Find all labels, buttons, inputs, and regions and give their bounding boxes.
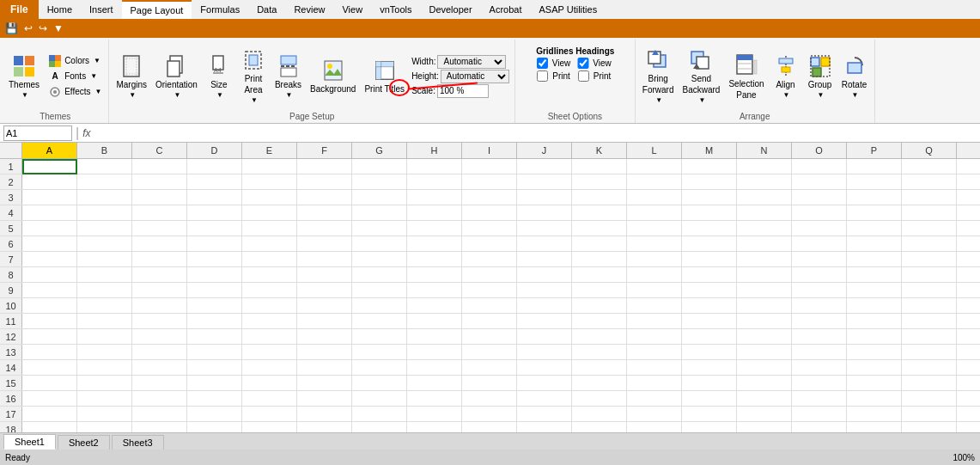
- cell-I12[interactable]: [462, 329, 517, 345]
- width-select[interactable]: Automatic: [437, 55, 506, 69]
- cell-C4[interactable]: [132, 205, 187, 221]
- cell-N5[interactable]: [737, 221, 792, 236]
- cell-Q16[interactable]: [902, 391, 957, 407]
- cell-O10[interactable]: [792, 298, 847, 314]
- cell-L10[interactable]: [627, 298, 682, 314]
- cell-D2[interactable]: [187, 174, 242, 190]
- cell-H3[interactable]: [407, 190, 462, 205]
- cell-A16[interactable]: [22, 391, 77, 407]
- cell-D16[interactable]: [187, 391, 242, 407]
- cell-F1[interactable]: [297, 159, 352, 174]
- cell-G12[interactable]: [352, 329, 407, 345]
- cell-B10[interactable]: [77, 298, 132, 314]
- cell-K1[interactable]: [572, 159, 627, 174]
- cell-H2[interactable]: [407, 174, 462, 190]
- cell-G11[interactable]: [352, 314, 407, 329]
- cell-P8[interactable]: [847, 267, 902, 283]
- menu-review[interactable]: Review: [285, 0, 333, 19]
- cell-I2[interactable]: [462, 174, 517, 190]
- cell-O16[interactable]: [792, 391, 847, 407]
- cell-N17[interactable]: [737, 407, 792, 422]
- cell-P2[interactable]: [847, 174, 902, 190]
- menu-asap[interactable]: ASAP Utilities: [531, 0, 606, 19]
- cell-P1[interactable]: [847, 159, 902, 174]
- cell-O9[interactable]: [792, 283, 847, 298]
- cell-N12[interactable]: [737, 329, 792, 345]
- cell-B17[interactable]: [77, 407, 132, 422]
- cell-K7[interactable]: [572, 252, 627, 267]
- cell-E10[interactable]: [242, 298, 297, 314]
- cell-M5[interactable]: [682, 221, 737, 236]
- cell-G5[interactable]: [352, 221, 407, 236]
- cell-M10[interactable]: [682, 298, 737, 314]
- cell-K9[interactable]: [572, 283, 627, 298]
- cell-A5[interactable]: [22, 221, 77, 236]
- cell-G1[interactable]: [352, 159, 407, 174]
- cell-J4[interactable]: [517, 205, 572, 221]
- cell-L11[interactable]: [627, 314, 682, 329]
- sheet-tab-sheet3[interactable]: Sheet3: [112, 435, 164, 450]
- col-header-A[interactable]: A: [22, 143, 77, 158]
- cell-B13[interactable]: [77, 345, 132, 360]
- row-header-14[interactable]: 14: [0, 360, 22, 375]
- cell-L5[interactable]: [627, 221, 682, 236]
- file-menu-button[interactable]: File: [0, 0, 39, 19]
- cell-A12[interactable]: [22, 329, 77, 345]
- cell-N4[interactable]: [737, 205, 792, 221]
- cell-Q10[interactable]: [902, 298, 957, 314]
- cell-F17[interactable]: [297, 407, 352, 422]
- cell-M4[interactable]: [682, 205, 737, 221]
- cell-H12[interactable]: [407, 329, 462, 345]
- effects-button[interactable]: Effects ▼: [45, 84, 105, 100]
- cell-E6[interactable]: [242, 236, 297, 252]
- cell-F16[interactable]: [297, 391, 352, 407]
- cell-F8[interactable]: [297, 267, 352, 283]
- cell-O8[interactable]: [792, 267, 847, 283]
- cell-B1[interactable]: [77, 159, 132, 174]
- cell-E13[interactable]: [242, 345, 297, 360]
- col-header-Q[interactable]: Q: [902, 143, 957, 158]
- cell-E16[interactable]: [242, 391, 297, 407]
- cell-F2[interactable]: [297, 174, 352, 190]
- cell-K17[interactable]: [572, 407, 627, 422]
- cell-L15[interactable]: [627, 376, 682, 391]
- cell-L4[interactable]: [627, 205, 682, 221]
- cell-J8[interactable]: [517, 267, 572, 283]
- col-header-B[interactable]: B: [77, 143, 132, 158]
- cell-Q6[interactable]: [902, 236, 957, 252]
- cell-J3[interactable]: [517, 190, 572, 205]
- row-header-16[interactable]: 16: [0, 391, 22, 406]
- row-header-1[interactable]: 1: [0, 159, 22, 174]
- cell-A4[interactable]: [22, 205, 77, 221]
- cell-D5[interactable]: [187, 221, 242, 236]
- cell-H14[interactable]: [407, 360, 462, 376]
- cell-A15[interactable]: [22, 376, 77, 391]
- cell-K16[interactable]: [572, 391, 627, 407]
- height-select[interactable]: Automatic: [441, 70, 509, 83]
- cell-F13[interactable]: [297, 345, 352, 360]
- cell-J6[interactable]: [517, 236, 572, 252]
- gridlines-view-checkbox[interactable]: [535, 58, 550, 69]
- cell-B12[interactable]: [77, 329, 132, 345]
- row-header-9[interactable]: 9: [0, 283, 22, 297]
- cell-I3[interactable]: [462, 190, 517, 205]
- headings-print-checkbox[interactable]: [576, 70, 591, 82]
- cell-I1[interactable]: [462, 159, 517, 174]
- cell-I14[interactable]: [462, 360, 517, 376]
- cell-N15[interactable]: [737, 376, 792, 391]
- cell-M1[interactable]: [682, 159, 737, 174]
- col-header-G[interactable]: G: [352, 143, 407, 158]
- cell-Q15[interactable]: [902, 376, 957, 391]
- cell-H16[interactable]: [407, 391, 462, 407]
- cell-J5[interactable]: [517, 221, 572, 236]
- row-header-7[interactable]: 7: [0, 252, 22, 266]
- cell-D13[interactable]: [187, 345, 242, 360]
- cell-J13[interactable]: [517, 345, 572, 360]
- cell-M16[interactable]: [682, 391, 737, 407]
- cell-D4[interactable]: [187, 205, 242, 221]
- colors-button[interactable]: Colors ▼: [45, 53, 105, 69]
- print-area-button[interactable]: Print Area ▼: [237, 46, 270, 106]
- cell-C12[interactable]: [132, 329, 187, 345]
- cell-O7[interactable]: [792, 252, 847, 267]
- cell-O15[interactable]: [792, 376, 847, 391]
